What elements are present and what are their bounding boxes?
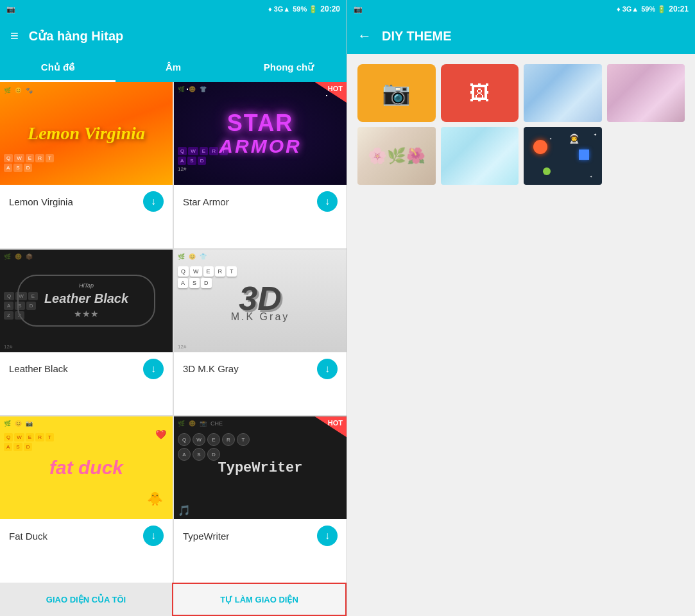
lemon-name: Lemon Virginia [9, 196, 73, 207]
star-text: STAR ARMOR [219, 110, 301, 157]
right-status-bar: 📷 ♦ 3G▲ 59% 🔋 20:21 [347, 0, 695, 18]
duck-kb-icons: 🌿😊📸 [4, 420, 169, 427]
star-3: ✦ [590, 175, 592, 178]
right-status-icons: 📷 [354, 5, 363, 13]
star-2: ✦ [549, 137, 552, 141]
left-top-bar: ≡ Cửa hàng Hitap [0, 18, 347, 54]
diy-gallery-item[interactable]: 🖼 [441, 64, 519, 122]
right-panel: 📷 ♦ 3G▲ 59% 🔋 20:21 ← DIY THEME 📷 🖼 [347, 0, 695, 616]
leather-name: Leather Black [9, 363, 68, 374]
left-panel-title: Cửa hàng Hitap [29, 28, 123, 44]
left-battery: 59% 🔋 [293, 5, 318, 13]
type-download-btn[interactable]: ↓ [317, 526, 338, 546]
leather-text: Leather Black [44, 291, 128, 306]
duck-heart: ❤️ [155, 429, 166, 440]
gallery-icon: 🖼 [469, 81, 490, 105]
theme-preview-duck: 🌿😊📸 Q W E R T A S [0, 416, 173, 519]
duck-bg: 🌿😊📸 Q W E R T A S [0, 416, 173, 519]
leather-kb-icons: 🌿😊📦 [4, 253, 169, 260]
type-text: TypeWriter [218, 460, 302, 476]
leather-download-btn[interactable]: ↓ [143, 359, 164, 379]
right-signal: ♦ 3G▲ [617, 5, 639, 13]
lemon-footer: Lemon Virginia ↓ [0, 185, 173, 218]
type-kb-icons: 🌿😊📸CHE [178, 420, 343, 427]
leather-num: 12# [4, 344, 12, 350]
tab-chu-de[interactable]: Chủ đề [0, 54, 116, 82]
star-1: ✦ [594, 132, 597, 137]
diy-camera-item[interactable]: 📷 [357, 64, 436, 122]
theme-preview-lemon: 🌿😊🐾 Q W E R T A [0, 82, 173, 185]
type-name: TypeWriter [183, 531, 229, 542]
camera-icon: 📷 [382, 80, 411, 107]
left-time: 20:20 [320, 4, 340, 13]
gray-num: 12# [178, 344, 186, 350]
planet-blue [579, 150, 589, 160]
astronaut-icon: 👨‍🚀 [569, 133, 579, 144]
kb-top-icons: 🌿😊🐾 [4, 87, 169, 94]
star-download-btn[interactable]: ↓ [317, 191, 338, 212]
right-battery: 59% 🔋 [641, 5, 666, 13]
menu-icon[interactable]: ≡ [10, 28, 19, 44]
gray-bg: 🌿😊👕 Q W E R T A S [174, 250, 347, 352]
theme-card-star[interactable]: 🌿😊👕 Q W E R T A S [174, 82, 347, 248]
diy-theme-btn[interactable]: TỰ LÀM GIAO DIỆN [172, 583, 347, 616]
left-panel: 📷 ♦ 3G▲ 59% 🔋 20:20 ≡ Cửa hàng Hitap Chủ… [0, 0, 347, 616]
lemon-text: Lemon Virginia [28, 123, 145, 144]
theme-card-duck[interactable]: 🌿😊📸 Q W E R T A S [0, 416, 173, 583]
leather-bg: 🌿😊📦 Q W E A S [0, 250, 173, 352]
star-kb-icons: 🌿😊👕 [178, 86, 343, 92]
leather-badge: HiTap Leather Black ★★★ [17, 275, 155, 327]
my-theme-btn[interactable]: GIAO DIỆN CỦA TÔI [0, 583, 172, 616]
diy-purplepink-item[interactable] [607, 64, 685, 122]
left-bottom-bar: GIAO DIỆN CỦA TÔI TỰ LÀM GIAO DIỆN [0, 583, 347, 616]
theme-preview-gray: 🌿😊👕 Q W E R T A S [174, 250, 347, 352]
duck-kb-keys: Q W E R T A S D [4, 433, 169, 452]
duck-download-btn[interactable]: ↓ [143, 526, 164, 546]
tab-am[interactable]: Âm [116, 54, 231, 82]
theme-preview-type: 🌿😊📸CHE Q W E R T A S [174, 416, 347, 519]
back-arrow-icon[interactable]: ← [357, 28, 372, 44]
duck-text: fat duck [49, 457, 123, 479]
duck-name: Fat Duck [9, 531, 47, 542]
star-footer: Star Armor ↓ [174, 185, 347, 218]
space-bg: ✦ ✦ ✦ 👨‍🚀 [524, 127, 602, 185]
type-kb-keys: Q W E R T A S D [178, 433, 343, 461]
gray-kb-icons: 🌿😊👕 [178, 253, 343, 260]
theme-card-type[interactable]: 🌿😊📸CHE Q W E R T A S [174, 416, 347, 583]
tab-phong-chu[interactable]: Phong chữ [231, 54, 347, 82]
left-tabs: Chủ đề Âm Phong chữ [0, 54, 347, 82]
diy-space-item[interactable]: ✦ ✦ ✦ 👨‍🚀 [524, 127, 602, 185]
left-signal: ♦ 3G▲ [268, 5, 290, 13]
theme-card-lemon[interactable]: 🌿😊🐾 Q W E R T A [0, 82, 173, 248]
theme-card-leather[interactable]: 🌿😊📦 Q W E A S [0, 250, 173, 416]
right-top-bar: ← DIY THEME [347, 18, 695, 54]
duck-footer: Fat Duck ↓ [0, 519, 173, 552]
lemon-download-btn[interactable]: ↓ [143, 191, 164, 212]
type-note: 🎵 [178, 504, 191, 517]
diy-floral-item[interactable]: 🌸🌿🌺 [357, 127, 436, 185]
notification-icon: 📷 [6, 5, 15, 13]
right-panel-title: DIY THEME [382, 29, 452, 44]
planet-green [543, 167, 551, 175]
diy-bluesky-item[interactable] [524, 64, 602, 122]
diy-content-area: 📷 🖼 🌸🌿🌺 [347, 54, 695, 616]
floral-decoration: 🌸🌿🌺 [368, 147, 425, 165]
theme-card-gray[interactable]: 🌿😊👕 Q W E R T A S [174, 250, 347, 416]
kb-lemon-keys: Q W E R T A S D [4, 154, 169, 172]
diy-lightblue-item[interactable] [441, 127, 519, 185]
leather-stars: ★★★ [74, 309, 99, 319]
duck-emoji: 🐥 [147, 491, 163, 506]
gray-3d-text: 3D M.K Gray [231, 279, 290, 323]
right-time: 20:21 [669, 4, 689, 13]
themes-grid: 🌿😊🐾 Q W E R T A [0, 82, 347, 583]
star-bg: 🌿😊👕 Q W E R T A S [174, 82, 347, 185]
type-footer: TypeWriter ↓ [174, 519, 347, 552]
gray-footer: 3D M.K Gray ↓ [174, 352, 347, 386]
diy-grid: 📷 🖼 🌸🌿🌺 [357, 64, 685, 185]
gray-download-btn[interactable]: ↓ [317, 359, 338, 379]
theme-preview-leather: 🌿😊📦 Q W E A S [0, 250, 173, 352]
star-name: Star Armor [183, 196, 229, 207]
left-status-bar: 📷 ♦ 3G▲ 59% 🔋 20:20 [0, 0, 347, 18]
type-bg: 🌿😊📸CHE Q W E R T A S [174, 416, 347, 519]
gray-name: 3D M.K Gray [183, 363, 239, 374]
